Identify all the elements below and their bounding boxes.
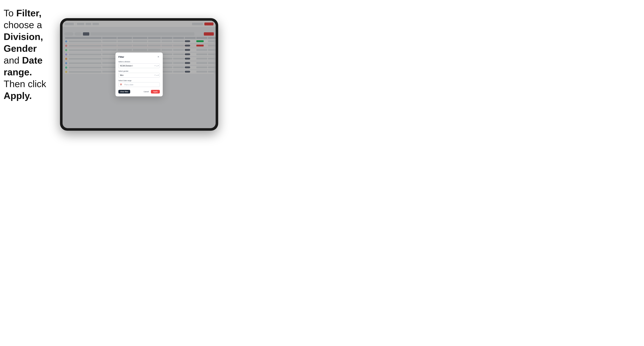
filter-modal: Filter ✕ Select a division NCAA Division… <box>116 52 163 96</box>
gender-select[interactable]: Men Women Co-Ed <box>118 73 160 78</box>
gender-select-wrapper[interactable]: Men Women Co-Ed ✕ ▲▼ <box>118 73 160 78</box>
division-select-wrapper[interactable]: NCAA Division I NCAA Division II NCAA Di… <box>118 63 160 68</box>
tablet-frame: Filter ✕ Select a division NCAA Division… <box>60 18 218 131</box>
division-select[interactable]: NCAA Division I NCAA Division II NCAA Di… <box>118 63 160 68</box>
modal-overlay: Filter ✕ Select a division NCAA Division… <box>62 21 216 128</box>
modal-title: Filter <box>118 56 124 58</box>
date-input-wrapper[interactable]: 📅 Pick a date <box>118 82 160 87</box>
modal-footer-right: Cancel Apply <box>142 90 160 93</box>
modal-footer: Clear filter Cancel Apply <box>118 90 160 93</box>
instruction-line4: Then click Apply. <box>4 79 46 101</box>
instruction-line3: and Date range. <box>4 55 42 77</box>
tablet-screen: Filter ✕ Select a division NCAA Division… <box>62 21 216 128</box>
gender-label: Select gender <box>118 70 160 72</box>
instruction-line2: Division, Gender <box>4 31 43 54</box>
calendar-icon: 📅 <box>120 84 122 86</box>
instruction-text: To Filter, choose a Division, Gender and… <box>4 7 60 102</box>
date-label: Select Date range <box>118 80 160 82</box>
modal-header: Filter ✕ <box>118 55 160 58</box>
apply-button[interactable]: Apply <box>151 90 160 93</box>
date-input[interactable]: Pick a date <box>118 82 160 87</box>
division-label: Select a division <box>118 61 160 63</box>
date-form-group: Select Date range 📅 Pick a date <box>118 80 160 87</box>
cancel-button[interactable]: Cancel <box>142 90 150 93</box>
instruction-line1: To Filter, choose a <box>4 8 42 30</box>
clear-filter-button[interactable]: Clear filter <box>118 90 130 93</box>
close-icon[interactable]: ✕ <box>157 55 160 58</box>
gender-form-group: Select gender Men Women Co-Ed ✕ ▲▼ <box>118 70 160 78</box>
division-form-group: Select a division NCAA Division I NCAA D… <box>118 61 160 68</box>
date-placeholder: Pick a date <box>124 84 133 86</box>
